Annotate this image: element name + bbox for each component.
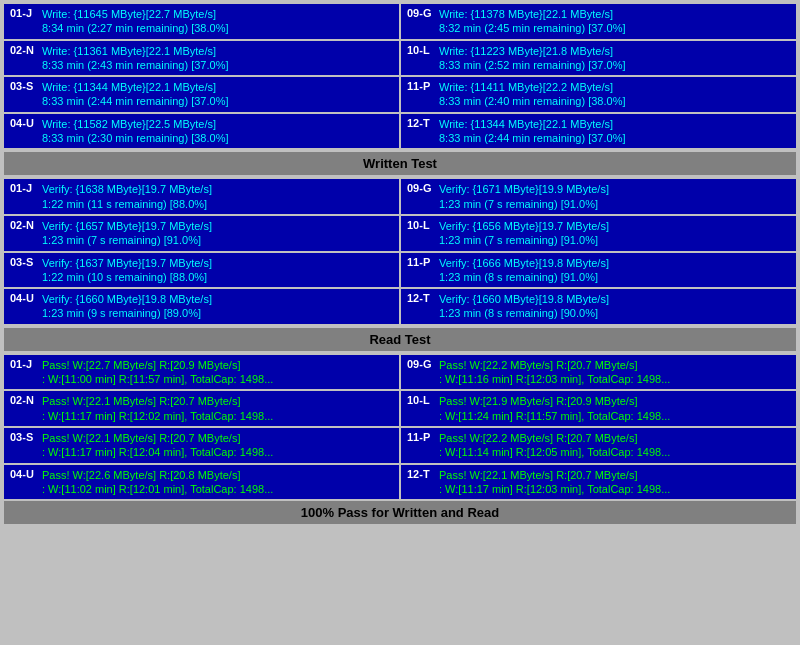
device-card: 03-SWrite: {11344 MByte}[22.1 MByte/s]8:… — [4, 77, 399, 112]
device-card: 02-NVerify: {1657 MByte}[19.7 MByte/s]1:… — [4, 216, 399, 251]
device-card: 04-UPass! W:[22.6 MByte/s] R:[20.8 MByte… — [4, 465, 399, 500]
device-id: 04-U — [10, 292, 38, 304]
device-id: 03-S — [10, 431, 38, 443]
card-text: Verify: {1666 MByte}[19.8 MByte/s]1:23 m… — [439, 256, 609, 285]
device-id: 04-U — [10, 117, 38, 129]
device-id: 12-T — [407, 468, 435, 480]
main-container: 01-JWrite: {11645 MByte}[22.7 MByte/s]8:… — [0, 0, 800, 528]
written-test-header: Written Test — [4, 152, 796, 175]
device-id: 10-L — [407, 394, 435, 406]
device-card: 01-JVerify: {1638 MByte}[19.7 MByte/s]1:… — [4, 179, 399, 214]
write-section: 01-JWrite: {11645 MByte}[22.7 MByte/s]8:… — [4, 4, 796, 148]
device-card: 04-UVerify: {1660 MByte}[19.8 MByte/s]1:… — [4, 289, 399, 324]
device-id: 03-S — [10, 256, 38, 268]
device-id: 10-L — [407, 219, 435, 231]
read-test-header: Read Test — [4, 328, 796, 351]
card-text: Verify: {1671 MByte}[19.9 MByte/s]1:23 m… — [439, 182, 609, 211]
device-card: 02-NWrite: {11361 MByte}[22.1 MByte/s]8:… — [4, 41, 399, 76]
device-card: 01-JPass! W:[22.7 MByte/s] R:[20.9 MByte… — [4, 355, 399, 390]
card-text: Verify: {1657 MByte}[19.7 MByte/s]1:23 m… — [42, 219, 212, 248]
device-card: 11-PVerify: {1666 MByte}[19.8 MByte/s]1:… — [401, 253, 796, 288]
device-id: 02-N — [10, 44, 38, 56]
card-text: Write: {11361 MByte}[22.1 MByte/s]8:33 m… — [42, 44, 228, 73]
card-text: Verify: {1637 MByte}[19.7 MByte/s]1:22 m… — [42, 256, 212, 285]
device-id: 01-J — [10, 358, 38, 370]
device-id: 11-P — [407, 80, 435, 92]
device-card: 03-SPass! W:[22.1 MByte/s] R:[20.7 MByte… — [4, 428, 399, 463]
card-text: Pass! W:[22.1 MByte/s] R:[20.7 MByte/s]:… — [42, 431, 273, 460]
device-id: 03-S — [10, 80, 38, 92]
footer: 100% Pass for Written and Read — [4, 501, 796, 524]
device-card: 01-JWrite: {11645 MByte}[22.7 MByte/s]8:… — [4, 4, 399, 39]
device-card: 09-GWrite: {11378 MByte}[22.1 MByte/s]8:… — [401, 4, 796, 39]
device-id: 01-J — [10, 182, 38, 194]
device-card: 04-UWrite: {11582 MByte}[22.5 MByte/s]8:… — [4, 114, 399, 149]
device-card: 10-LVerify: {1656 MByte}[19.7 MByte/s]1:… — [401, 216, 796, 251]
device-id: 02-N — [10, 394, 38, 406]
device-id: 09-G — [407, 7, 435, 19]
device-card: 09-GVerify: {1671 MByte}[19.9 MByte/s]1:… — [401, 179, 796, 214]
card-text: Write: {11344 MByte}[22.1 MByte/s]8:33 m… — [439, 117, 625, 146]
device-id: 09-G — [407, 182, 435, 194]
card-text: Write: {11645 MByte}[22.7 MByte/s]8:34 m… — [42, 7, 228, 36]
card-text: Pass! W:[22.2 MByte/s] R:[20.7 MByte/s]:… — [439, 358, 670, 387]
device-card: 10-LWrite: {11223 MByte}[21.8 MByte/s]8:… — [401, 41, 796, 76]
card-text: Write: {11378 MByte}[22.1 MByte/s]8:32 m… — [439, 7, 625, 36]
device-id: 01-J — [10, 7, 38, 19]
card-text: Pass! W:[22.7 MByte/s] R:[20.9 MByte/s]:… — [42, 358, 273, 387]
device-id: 02-N — [10, 219, 38, 231]
device-card: 03-SVerify: {1637 MByte}[19.7 MByte/s]1:… — [4, 253, 399, 288]
verify-section: 01-JVerify: {1638 MByte}[19.7 MByte/s]1:… — [4, 179, 796, 323]
card-text: Write: {11344 MByte}[22.1 MByte/s]8:33 m… — [42, 80, 228, 109]
device-id: 11-P — [407, 256, 435, 268]
card-text: Verify: {1660 MByte}[19.8 MByte/s]1:23 m… — [439, 292, 609, 321]
card-text: Pass! W:[22.2 MByte/s] R:[20.7 MByte/s]:… — [439, 431, 670, 460]
card-text: Write: {11223 MByte}[21.8 MByte/s]8:33 m… — [439, 44, 625, 73]
device-id: 12-T — [407, 292, 435, 304]
device-card: 12-TWrite: {11344 MByte}[22.1 MByte/s]8:… — [401, 114, 796, 149]
card-text: Verify: {1638 MByte}[19.7 MByte/s]1:22 m… — [42, 182, 212, 211]
read-section: 01-JPass! W:[22.7 MByte/s] R:[20.9 MByte… — [4, 355, 796, 499]
card-text: Verify: {1656 MByte}[19.7 MByte/s]1:23 m… — [439, 219, 609, 248]
write-grid: 01-JWrite: {11645 MByte}[22.7 MByte/s]8:… — [4, 4, 796, 148]
card-text: Verify: {1660 MByte}[19.8 MByte/s]1:23 m… — [42, 292, 212, 321]
card-text: Pass! W:[21.9 MByte/s] R:[20.9 MByte/s]:… — [439, 394, 670, 423]
card-text: Pass! W:[22.1 MByte/s] R:[20.7 MByte/s]:… — [42, 394, 273, 423]
verify-grid: 01-JVerify: {1638 MByte}[19.7 MByte/s]1:… — [4, 179, 796, 323]
device-card: 02-NPass! W:[22.1 MByte/s] R:[20.7 MByte… — [4, 391, 399, 426]
device-card: 11-PWrite: {11411 MByte}[22.2 MByte/s]8:… — [401, 77, 796, 112]
card-text: Pass! W:[22.6 MByte/s] R:[20.8 MByte/s]:… — [42, 468, 273, 497]
card-text: Write: {11411 MByte}[22.2 MByte/s]8:33 m… — [439, 80, 625, 109]
device-card: 09-GPass! W:[22.2 MByte/s] R:[20.7 MByte… — [401, 355, 796, 390]
device-id: 09-G — [407, 358, 435, 370]
device-card: 12-TVerify: {1660 MByte}[19.8 MByte/s]1:… — [401, 289, 796, 324]
device-id: 12-T — [407, 117, 435, 129]
read-grid: 01-JPass! W:[22.7 MByte/s] R:[20.9 MByte… — [4, 355, 796, 499]
device-id: 04-U — [10, 468, 38, 480]
device-id: 10-L — [407, 44, 435, 56]
device-card: 12-TPass! W:[22.1 MByte/s] R:[20.7 MByte… — [401, 465, 796, 500]
device-id: 11-P — [407, 431, 435, 443]
device-card: 10-LPass! W:[21.9 MByte/s] R:[20.9 MByte… — [401, 391, 796, 426]
device-card: 11-PPass! W:[22.2 MByte/s] R:[20.7 MByte… — [401, 428, 796, 463]
card-text: Write: {11582 MByte}[22.5 MByte/s]8:33 m… — [42, 117, 228, 146]
card-text: Pass! W:[22.1 MByte/s] R:[20.7 MByte/s]:… — [439, 468, 670, 497]
